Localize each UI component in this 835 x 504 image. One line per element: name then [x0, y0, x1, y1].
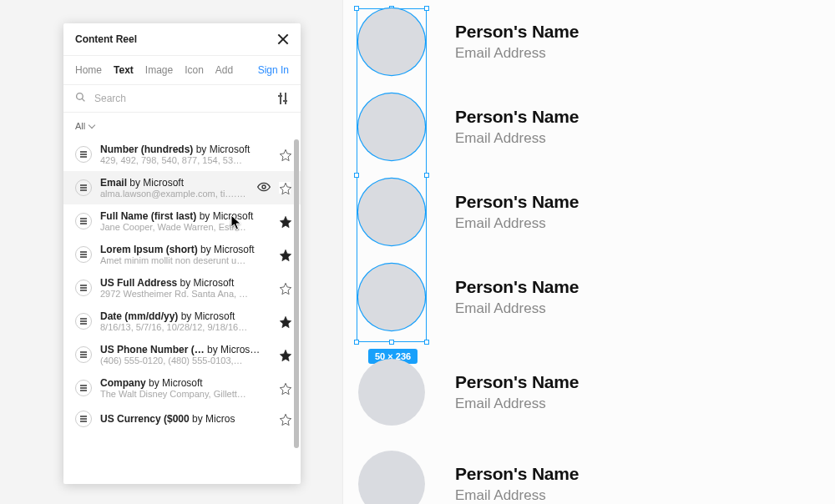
content-item-preview: (406) 555-0120, (480) 555-0103,…: [100, 355, 271, 365]
person-email-label[interactable]: Email Address: [455, 300, 579, 317]
tab-home[interactable]: Home: [75, 64, 102, 76]
scrollbar[interactable]: [294, 139, 299, 448]
person-name-label[interactable]: Person's Name: [455, 464, 579, 484]
favorite-star-icon[interactable]: [279, 349, 291, 360]
close-icon[interactable]: [277, 33, 289, 45]
chevron-down-icon: [89, 122, 95, 129]
favorite-star-icon[interactable]: [279, 182, 291, 194]
tab-text[interactable]: Text: [114, 64, 134, 76]
resize-handle[interactable]: [354, 173, 359, 178]
person-email-label[interactable]: Email Address: [455, 130, 579, 147]
person-name-label[interactable]: Person's Name: [455, 192, 579, 212]
person-email-label[interactable]: Email Address: [455, 487, 579, 504]
person-row[interactable]: Person's NameEmail Address: [358, 264, 579, 330]
content-reel-panel: Content Reel HomeTextImageIconAddSign In…: [63, 23, 301, 484]
person-row[interactable]: Person's NameEmail Address: [358, 93, 579, 160]
content-item[interactable]: Email by Microsoftalma.lawson@example.co…: [63, 171, 301, 204]
content-item-preview: 8/16/13, 5/7/16, 10/28/12, 9/18/16…: [100, 322, 271, 332]
resize-handle[interactable]: [424, 173, 429, 178]
search-icon: [75, 92, 86, 105]
content-item-title: Email by Microsoft: [100, 177, 247, 189]
text-content-icon: [75, 179, 92, 196]
tab-add[interactable]: Add: [215, 64, 233, 76]
text-content-icon: [75, 346, 92, 363]
content-item[interactable]: Date (mm/dd/yy) by Microsoft8/16/13, 5/7…: [63, 305, 301, 338]
favorite-star-icon[interactable]: [279, 382, 291, 394]
content-item-title: US Phone Number (… by Micros…: [100, 344, 271, 355]
avatar-placeholder[interactable]: [358, 179, 425, 245]
svg-line-1: [82, 98, 84, 101]
person-name-label[interactable]: Person's Name: [455, 22, 579, 42]
person-row[interactable]: Person's NameEmail Address: [358, 451, 579, 504]
person-name-label[interactable]: Person's Name: [455, 107, 579, 127]
svg-point-0: [77, 93, 84, 100]
tab-icon[interactable]: Icon: [185, 64, 204, 76]
content-item[interactable]: Number (hundreds) by Microsoft429, 492, …: [63, 138, 301, 171]
svg-point-2: [262, 185, 266, 189]
panel-title: Content Reel: [75, 33, 137, 45]
content-item-preview: The Walt Disney Company, Gillett…: [100, 389, 271, 399]
content-item-title: Company by Microsoft: [100, 377, 271, 389]
text-content-icon: [75, 313, 92, 330]
person-row[interactable]: Person's NameEmail Address: [358, 8, 579, 75]
content-item[interactable]: Full Name (first last) by MicrosoftJane …: [63, 204, 301, 238]
content-item[interactable]: US Currency ($000 by Micros: [63, 405, 301, 433]
avatar-placeholder[interactable]: [358, 359, 425, 426]
text-content-icon: [75, 380, 92, 396]
resize-handle[interactable]: [424, 340, 429, 345]
person-row[interactable]: Person's NameEmail Address: [358, 359, 579, 426]
resize-handle[interactable]: [354, 340, 359, 345]
content-item-title: Number (hundreds) by Microsoft: [100, 144, 271, 155]
text-content-icon: [75, 213, 92, 229]
content-item-preview: 429, 492, 798, 540, 877, 154, 53…: [100, 155, 271, 165]
resize-handle[interactable]: [389, 340, 394, 345]
content-item[interactable]: Company by MicrosoftThe Walt Disney Comp…: [63, 371, 301, 405]
content-item-preview: Amet minim mollit non deserunt u…: [100, 255, 271, 265]
avatar-placeholder[interactable]: [358, 93, 425, 160]
favorite-star-icon[interactable]: [279, 149, 291, 160]
tab-image[interactable]: Image: [145, 64, 173, 76]
person-name-label[interactable]: Person's Name: [455, 277, 579, 297]
person-email-label[interactable]: Email Address: [455, 45, 579, 62]
filter-dropdown[interactable]: All: [75, 121, 85, 131]
text-content-icon: [75, 246, 92, 263]
content-item-preview: 2972 Westheimer Rd. Santa Ana, …: [100, 289, 271, 299]
content-item-title: Date (mm/dd/yy) by Microsoft: [100, 310, 271, 322]
content-item-title: US Currency ($000 by Micros: [100, 413, 271, 425]
person-email-label[interactable]: Email Address: [455, 396, 579, 412]
content-item-preview: Jane Cooper, Wade Warren, Esth…: [100, 222, 271, 232]
favorite-star-icon[interactable]: [279, 282, 291, 294]
favorite-star-icon[interactable]: [279, 315, 291, 327]
search-input[interactable]: [94, 93, 269, 104]
content-item[interactable]: US Phone Number (… by Micros…(406) 555-0…: [63, 338, 301, 371]
content-item-title: US Full Address by Microsoft: [100, 277, 271, 289]
person-name-label[interactable]: Person's Name: [455, 372, 579, 392]
favorite-star-icon[interactable]: [279, 413, 291, 425]
design-canvas[interactable]: 50 × 236 Person's NameEmail AddressPerso…: [342, 0, 835, 504]
favorite-star-icon[interactable]: [279, 249, 291, 260]
text-content-icon: [75, 146, 92, 163]
sign-in-link[interactable]: Sign In: [258, 64, 289, 76]
avatar-placeholder[interactable]: [358, 8, 425, 75]
person-email-label[interactable]: Email Address: [455, 215, 579, 232]
filter-sliders-icon[interactable]: [277, 93, 289, 104]
content-item[interactable]: Lorem Ipsum (short) by MicrosoftAmet min…: [63, 238, 301, 271]
favorite-star-icon[interactable]: [279, 215, 291, 227]
content-item-title: Lorem Ipsum (short) by Microsoft: [100, 244, 271, 255]
person-row[interactable]: Person's NameEmail Address: [358, 179, 579, 245]
content-item-preview: alma.lawson@example.com, ti….j…: [100, 189, 247, 199]
text-content-icon: [75, 411, 92, 427]
text-content-icon: [75, 280, 92, 296]
avatar-placeholder[interactable]: [358, 264, 425, 330]
content-item[interactable]: US Full Address by Microsoft2972 Westhei…: [63, 271, 301, 305]
content-item-title: Full Name (first last) by Microsoft: [100, 210, 271, 222]
avatar-placeholder[interactable]: [358, 451, 425, 504]
preview-eye-icon[interactable]: [256, 180, 272, 196]
